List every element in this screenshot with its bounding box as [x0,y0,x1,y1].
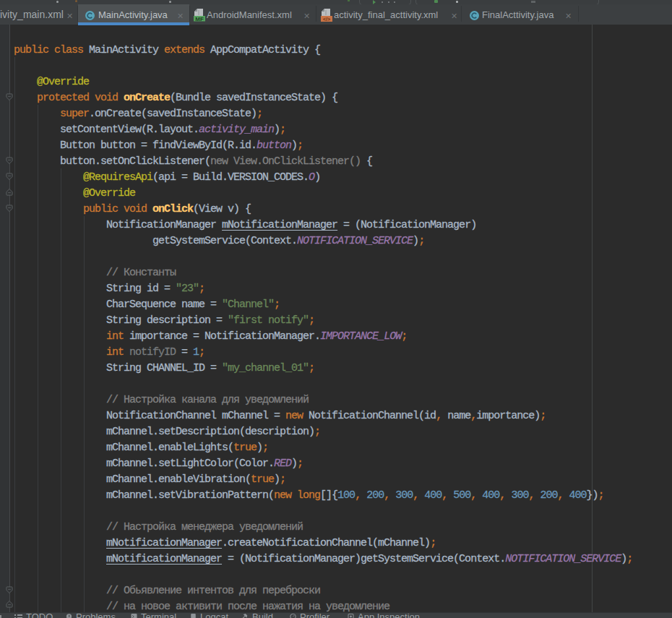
svg-text:MF: MF [195,16,204,22]
svg-text:</>: </> [323,17,330,22]
